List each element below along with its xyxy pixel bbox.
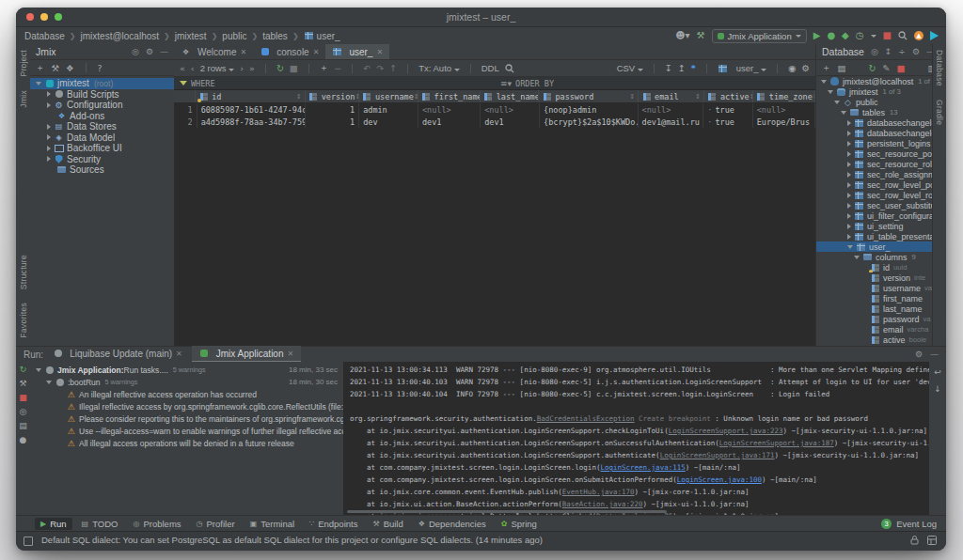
tool-tab-favorites[interactable]: Favorites bbox=[19, 303, 28, 338]
close-tab-icon[interactable]: ✕ bbox=[376, 48, 383, 56]
tree-item-all-illegal-access-operations-will-be-denied-in-a-future-release[interactable]: All illegal access operations will be de… bbox=[30, 437, 343, 449]
tree-item-tables[interactable]: tables13 bbox=[816, 107, 934, 117]
tree-item-sec-resource-pol[interactable]: sec_resource_pol bbox=[816, 148, 934, 159]
toolwindow-button-dependencies[interactable]: ❖Dependencies bbox=[413, 518, 492, 530]
sort-icon[interactable]: ↕ bbox=[629, 93, 635, 101]
chevron-down-icon[interactable] bbox=[854, 256, 860, 259]
run-tab-jmix-application[interactable]: Jmix Application✕ bbox=[192, 346, 301, 363]
close-window-button[interactable] bbox=[26, 13, 34, 21]
tree-item-version[interactable]: versioninte bbox=[816, 272, 934, 283]
cell-time_zone[interactable]: Europe/Brus bbox=[753, 116, 815, 128]
cell-version[interactable]: 1 bbox=[306, 116, 360, 128]
tree-item-data-model[interactable]: Data Model bbox=[30, 132, 174, 144]
tree-item-databasechangelo[interactable]: databasechangelo bbox=[816, 117, 934, 128]
cell-id[interactable]: a4d5988f-78aa-34b7-7593-… bbox=[197, 116, 306, 128]
tree-item-backoffice-ui[interactable]: Backoffice UI bbox=[30, 143, 174, 154]
column-header-password[interactable]: password↕ bbox=[539, 90, 639, 102]
chevron-right-icon[interactable] bbox=[847, 162, 851, 167]
wrench-icon[interactable]: ⚒ bbox=[52, 63, 60, 73]
studio-plugin-icon[interactable] bbox=[930, 31, 939, 40]
hide-panel-icon[interactable]: — bbox=[160, 47, 168, 56]
run-configuration-select[interactable]: Jmix Application bbox=[712, 29, 807, 43]
stack-link[interactable]: LoginScreen.java:100 bbox=[677, 475, 762, 484]
tree-item-active[interactable]: activeboole bbox=[816, 334, 934, 345]
tab-user_[interactable]: user_✕ bbox=[325, 44, 389, 59]
chevron-right-icon[interactable] bbox=[47, 124, 51, 130]
tree-item-sec-row-level-po[interactable]: sec_row_level_po bbox=[816, 179, 934, 190]
chevron-right-icon[interactable] bbox=[847, 193, 851, 198]
cell-last_name[interactable]: dev1 bbox=[481, 116, 540, 128]
tree-item-persistent-logins[interactable]: persistent_logins bbox=[816, 138, 934, 148]
locate-icon[interactable]: ◎ bbox=[132, 47, 139, 56]
chevron-down-icon[interactable] bbox=[847, 245, 853, 249]
breadcrumb-item-database[interactable]: Database bbox=[24, 31, 65, 41]
refresh-icon[interactable]: ↻ bbox=[868, 63, 876, 73]
import-data-icon[interactable]: ↥ bbox=[678, 63, 686, 73]
run-tab-liquibase-update-main-[interactable]: Liquibase Update (main)✕ bbox=[45, 346, 190, 361]
tree-item--bootrun[interactable]: :bootRun5 warnings18 min, 30 sec bbox=[30, 376, 343, 388]
cell-email[interactable]: dev1@mail.ru bbox=[639, 116, 704, 128]
stack-link-dim[interactable]: BadCredentialsException bbox=[537, 414, 635, 423]
chevron-right-icon[interactable] bbox=[47, 134, 51, 140]
breadcrumb-item-jmixtest[interactable]: jmixtest bbox=[175, 31, 207, 41]
tree-item-use-illegal-access-warn-to-enable-warnings-of-further-illegal-reflective-acces[interactable]: Use --illegal-access=warn to enable warn… bbox=[30, 425, 343, 437]
stack-link-dim[interactable]: LoginScreenSupport.java:223 bbox=[669, 427, 783, 435]
next-page-icon[interactable]: › bbox=[240, 63, 244, 73]
expand-all-icon[interactable]: ↕ bbox=[885, 47, 892, 56]
settings-icon[interactable]: ⚙ bbox=[146, 47, 153, 56]
ddl-button[interactable]: DDL bbox=[482, 63, 499, 73]
cell-first_name[interactable]: dev1 bbox=[418, 116, 481, 128]
settings-icon[interactable]: ⚙ bbox=[912, 47, 920, 56]
delete-row-icon[interactable]: − bbox=[334, 63, 341, 73]
tree-item-first-name[interactable]: first_name bbox=[816, 293, 934, 303]
cell-first_name[interactable]: <null> bbox=[418, 103, 481, 116]
tool-tab-structure[interactable]: Structure bbox=[19, 255, 28, 289]
column-header-version[interactable]: version↕ bbox=[306, 90, 359, 102]
modify-icon[interactable]: * bbox=[691, 63, 696, 73]
tree-item-run-tasks-[interactable]: Jmix Application: Run tasks....5 warning… bbox=[30, 364, 343, 376]
toolwindow-button-run[interactable]: ▶Run bbox=[35, 518, 72, 530]
page-size-select[interactable]: 2 rows bbox=[200, 63, 235, 73]
chevron-down-icon[interactable] bbox=[841, 111, 846, 115]
toolwindow-button-profiler[interactable]: ◷Profiler bbox=[191, 518, 241, 530]
column-header-last_name[interactable]: last_name↕ bbox=[481, 90, 540, 102]
tree-item-id[interactable]: iduuid bbox=[816, 262, 934, 272]
column-header-time_zone[interactable]: time_zone↕ bbox=[753, 90, 815, 102]
tree-item-username[interactable]: usernameva bbox=[816, 283, 934, 293]
tree-item-user-[interactable]: user_ bbox=[816, 241, 934, 252]
toolwindow-button-build[interactable]: ⚒Build bbox=[367, 518, 408, 530]
cell-time_zone[interactable]: <null> bbox=[753, 103, 815, 116]
update-notification-icon[interactable]: ▲ bbox=[914, 31, 924, 40]
stop-process-button[interactable]: ■ bbox=[19, 394, 27, 402]
toolwindow-button-problems[interactable]: ◎Problems bbox=[127, 518, 186, 530]
breadcrumb-item-tables[interactable]: tables bbox=[262, 31, 288, 41]
tree-item-sec-user-substitu[interactable]: sec_user_substitu bbox=[816, 200, 934, 210]
console-view-icon[interactable]: ▤ bbox=[19, 422, 27, 430]
tree-item-email[interactable]: emailvarcha bbox=[816, 324, 934, 334]
redo-icon[interactable]: ↷ bbox=[376, 63, 384, 73]
first-page-icon[interactable]: « bbox=[180, 63, 185, 73]
cell-active[interactable]: ·true bbox=[703, 103, 752, 116]
user-account-icon[interactable]: ☻▾ bbox=[675, 31, 689, 40]
tree-item-jmixtest[interactable]: jmixtest1 of 3 bbox=[816, 86, 934, 97]
search-everywhere-icon[interactable] bbox=[898, 31, 908, 40]
cell-active[interactable]: ·true bbox=[703, 116, 752, 128]
cell-last_name[interactable]: <null> bbox=[481, 103, 540, 116]
toolwindow-button-terminal[interactable]: ▣Terminal bbox=[245, 518, 300, 530]
column-header-email[interactable]: email↕ bbox=[639, 90, 704, 102]
stack-link[interactable]: LoginScreen.java:115 bbox=[600, 463, 685, 472]
tab-welcome[interactable]: Welcome✕ bbox=[174, 44, 253, 59]
tree-item-data-stores[interactable]: Data Stores bbox=[30, 121, 174, 132]
find-icon[interactable] bbox=[505, 64, 514, 73]
column-header-active[interactable]: active↕ bbox=[704, 90, 753, 102]
scroll-to-end-icon[interactable]: ↓ bbox=[934, 384, 941, 394]
tree-item-public[interactable]: public bbox=[816, 97, 934, 107]
chevron-right-icon[interactable] bbox=[847, 151, 851, 157]
tree-item-ui-setting[interactable]: ui_setting bbox=[816, 221, 934, 231]
settings-icon[interactable]: ⚙ bbox=[915, 350, 923, 359]
indent-settings-icon[interactable] bbox=[927, 536, 937, 545]
chevron-right-icon[interactable] bbox=[847, 224, 851, 229]
export-format-select[interactable]: CSV bbox=[617, 63, 643, 73]
column-header-username[interactable]: username↕ bbox=[359, 90, 418, 102]
chevron-right-icon[interactable] bbox=[47, 156, 51, 162]
